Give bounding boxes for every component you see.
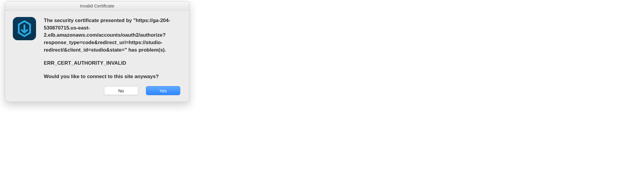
error-code: ERR_CERT_AUTHORITY_INVALID: [44, 60, 181, 67]
app-icon: [13, 17, 36, 40]
no-button[interactable]: No: [104, 86, 138, 95]
button-row: No Yes: [44, 86, 181, 95]
dialog-content: The security certificate presented by "h…: [44, 17, 181, 95]
yes-button[interactable]: Yes: [146, 86, 180, 95]
dialog-title: Invalid Certificate: [5, 1, 189, 10]
certificate-message: The security certificate presented by "h…: [44, 17, 181, 54]
dialog-body: The security certificate presented by "h…: [5, 10, 189, 102]
invalid-certificate-dialog: Invalid Certificate The security certifi…: [5, 1, 189, 102]
confirm-question: Would you like to connect to this site a…: [44, 73, 181, 80]
